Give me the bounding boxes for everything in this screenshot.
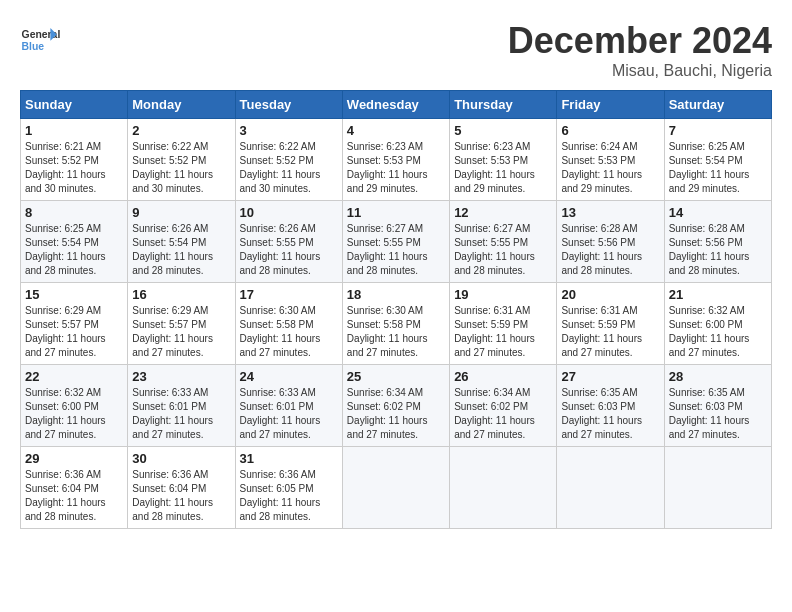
day-number: 17 [240,287,338,302]
day-number: 30 [132,451,230,466]
col-thursday: Thursday [450,91,557,119]
calendar-cell: 4Sunrise: 6:23 AMSunset: 5:53 PMDaylight… [342,119,449,201]
logo-icon: General Blue [20,20,60,60]
day-info: Sunrise: 6:27 AMSunset: 5:55 PMDaylight:… [454,222,552,278]
calendar-row: 29Sunrise: 6:36 AMSunset: 6:04 PMDayligh… [21,447,772,529]
day-number: 8 [25,205,123,220]
calendar-cell: 10Sunrise: 6:26 AMSunset: 5:55 PMDayligh… [235,201,342,283]
calendar-cell: 16Sunrise: 6:29 AMSunset: 5:57 PMDayligh… [128,283,235,365]
day-number: 29 [25,451,123,466]
day-info: Sunrise: 6:23 AMSunset: 5:53 PMDaylight:… [454,140,552,196]
calendar-cell: 21Sunrise: 6:32 AMSunset: 6:00 PMDayligh… [664,283,771,365]
day-number: 12 [454,205,552,220]
calendar-cell [557,447,664,529]
day-info: Sunrise: 6:21 AMSunset: 5:52 PMDaylight:… [25,140,123,196]
day-info: Sunrise: 6:31 AMSunset: 5:59 PMDaylight:… [561,304,659,360]
day-number: 20 [561,287,659,302]
day-info: Sunrise: 6:33 AMSunset: 6:01 PMDaylight:… [240,386,338,442]
day-number: 19 [454,287,552,302]
day-info: Sunrise: 6:32 AMSunset: 6:00 PMDaylight:… [25,386,123,442]
day-info: Sunrise: 6:33 AMSunset: 6:01 PMDaylight:… [132,386,230,442]
calendar-cell: 30Sunrise: 6:36 AMSunset: 6:04 PMDayligh… [128,447,235,529]
calendar-cell: 15Sunrise: 6:29 AMSunset: 5:57 PMDayligh… [21,283,128,365]
calendar-cell: 27Sunrise: 6:35 AMSunset: 6:03 PMDayligh… [557,365,664,447]
calendar-cell: 22Sunrise: 6:32 AMSunset: 6:00 PMDayligh… [21,365,128,447]
calendar-cell: 23Sunrise: 6:33 AMSunset: 6:01 PMDayligh… [128,365,235,447]
svg-text:Blue: Blue [22,41,45,52]
day-number: 1 [25,123,123,138]
day-info: Sunrise: 6:35 AMSunset: 6:03 PMDaylight:… [669,386,767,442]
calendar-cell: 13Sunrise: 6:28 AMSunset: 5:56 PMDayligh… [557,201,664,283]
location: Misau, Bauchi, Nigeria [508,62,772,80]
day-number: 21 [669,287,767,302]
page-header: General Blue December 2024 Misau, Bauchi… [20,20,772,80]
calendar-cell: 24Sunrise: 6:33 AMSunset: 6:01 PMDayligh… [235,365,342,447]
day-info: Sunrise: 6:29 AMSunset: 5:57 PMDaylight:… [25,304,123,360]
day-number: 13 [561,205,659,220]
day-number: 5 [454,123,552,138]
calendar-cell: 26Sunrise: 6:34 AMSunset: 6:02 PMDayligh… [450,365,557,447]
calendar-cell: 5Sunrise: 6:23 AMSunset: 5:53 PMDaylight… [450,119,557,201]
calendar-row: 15Sunrise: 6:29 AMSunset: 5:57 PMDayligh… [21,283,772,365]
day-number: 4 [347,123,445,138]
calendar-row: 22Sunrise: 6:32 AMSunset: 6:00 PMDayligh… [21,365,772,447]
day-info: Sunrise: 6:36 AMSunset: 6:04 PMDaylight:… [25,468,123,524]
day-info: Sunrise: 6:30 AMSunset: 5:58 PMDaylight:… [240,304,338,360]
calendar-cell: 1Sunrise: 6:21 AMSunset: 5:52 PMDaylight… [21,119,128,201]
calendar-cell: 18Sunrise: 6:30 AMSunset: 5:58 PMDayligh… [342,283,449,365]
calendar-row: 8Sunrise: 6:25 AMSunset: 5:54 PMDaylight… [21,201,772,283]
col-sunday: Sunday [21,91,128,119]
day-number: 9 [132,205,230,220]
calendar-header-row: Sunday Monday Tuesday Wednesday Thursday… [21,91,772,119]
day-number: 28 [669,369,767,384]
day-number: 16 [132,287,230,302]
day-number: 15 [25,287,123,302]
day-info: Sunrise: 6:36 AMSunset: 6:05 PMDaylight:… [240,468,338,524]
calendar-row: 1Sunrise: 6:21 AMSunset: 5:52 PMDaylight… [21,119,772,201]
calendar-cell [664,447,771,529]
day-info: Sunrise: 6:22 AMSunset: 5:52 PMDaylight:… [132,140,230,196]
day-number: 11 [347,205,445,220]
col-monday: Monday [128,91,235,119]
col-saturday: Saturday [664,91,771,119]
day-info: Sunrise: 6:24 AMSunset: 5:53 PMDaylight:… [561,140,659,196]
col-friday: Friday [557,91,664,119]
day-number: 26 [454,369,552,384]
col-wednesday: Wednesday [342,91,449,119]
calendar-cell: 20Sunrise: 6:31 AMSunset: 5:59 PMDayligh… [557,283,664,365]
calendar-cell: 6Sunrise: 6:24 AMSunset: 5:53 PMDaylight… [557,119,664,201]
calendar-cell [342,447,449,529]
day-number: 2 [132,123,230,138]
month-title: December 2024 [508,20,772,62]
day-number: 24 [240,369,338,384]
title-block: December 2024 Misau, Bauchi, Nigeria [508,20,772,80]
day-number: 6 [561,123,659,138]
calendar-cell: 17Sunrise: 6:30 AMSunset: 5:58 PMDayligh… [235,283,342,365]
day-info: Sunrise: 6:34 AMSunset: 6:02 PMDaylight:… [454,386,552,442]
calendar-cell: 19Sunrise: 6:31 AMSunset: 5:59 PMDayligh… [450,283,557,365]
day-number: 3 [240,123,338,138]
day-info: Sunrise: 6:26 AMSunset: 5:55 PMDaylight:… [240,222,338,278]
col-tuesday: Tuesday [235,91,342,119]
day-info: Sunrise: 6:22 AMSunset: 5:52 PMDaylight:… [240,140,338,196]
calendar-cell: 14Sunrise: 6:28 AMSunset: 5:56 PMDayligh… [664,201,771,283]
day-info: Sunrise: 6:27 AMSunset: 5:55 PMDaylight:… [347,222,445,278]
calendar-cell: 12Sunrise: 6:27 AMSunset: 5:55 PMDayligh… [450,201,557,283]
calendar-cell: 2Sunrise: 6:22 AMSunset: 5:52 PMDaylight… [128,119,235,201]
day-info: Sunrise: 6:25 AMSunset: 5:54 PMDaylight:… [25,222,123,278]
day-info: Sunrise: 6:34 AMSunset: 6:02 PMDaylight:… [347,386,445,442]
day-number: 7 [669,123,767,138]
day-number: 27 [561,369,659,384]
day-info: Sunrise: 6:28 AMSunset: 5:56 PMDaylight:… [669,222,767,278]
day-number: 14 [669,205,767,220]
day-info: Sunrise: 6:31 AMSunset: 5:59 PMDaylight:… [454,304,552,360]
day-info: Sunrise: 6:36 AMSunset: 6:04 PMDaylight:… [132,468,230,524]
day-info: Sunrise: 6:30 AMSunset: 5:58 PMDaylight:… [347,304,445,360]
day-info: Sunrise: 6:28 AMSunset: 5:56 PMDaylight:… [561,222,659,278]
calendar-cell: 31Sunrise: 6:36 AMSunset: 6:05 PMDayligh… [235,447,342,529]
calendar-table: Sunday Monday Tuesday Wednesday Thursday… [20,90,772,529]
day-number: 22 [25,369,123,384]
day-info: Sunrise: 6:29 AMSunset: 5:57 PMDaylight:… [132,304,230,360]
day-info: Sunrise: 6:35 AMSunset: 6:03 PMDaylight:… [561,386,659,442]
day-number: 25 [347,369,445,384]
